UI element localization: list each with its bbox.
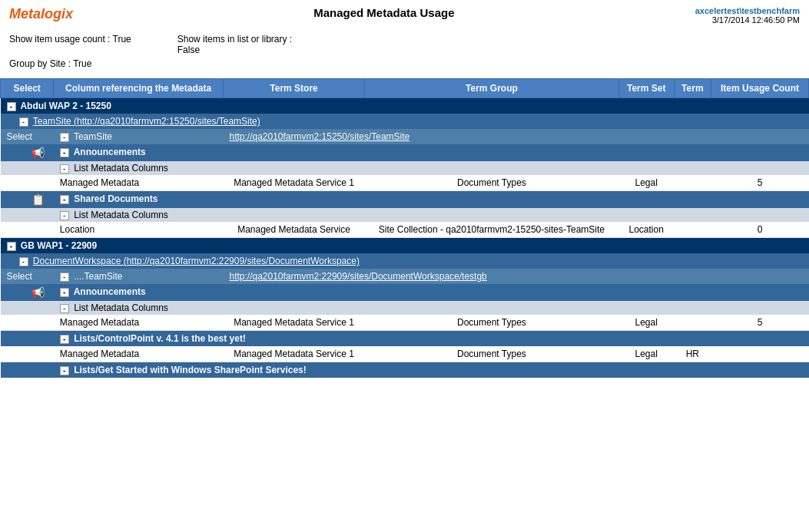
list-meta-label: List Metadata Columns — [74, 163, 168, 173]
list-meta-label: List Metadata Columns — [74, 210, 168, 220]
table-row: Managed Metadata Managed Metadata Servic… — [1, 346, 809, 362]
col-term: Term — [674, 79, 711, 98]
site-link-row: Select - ....TeamSite http://qa2010farmv… — [1, 269, 809, 284]
term-group-value: Document Types — [365, 315, 619, 331]
meta-info: Show item usage count : True Show items … — [0, 28, 809, 75]
select-link-1[interactable]: Select — [7, 131, 32, 142]
list-meta-label: List Metadata Columns — [74, 302, 168, 313]
collapse-icon[interactable]: - — [60, 304, 69, 313]
group-name: GB WAP1 - 22909 — [21, 240, 97, 251]
list-header-row: - Lists/ControlPoint v. 4.1 is the best … — [1, 331, 809, 347]
list-header-row: 📋 - Shared Documents — [1, 191, 809, 209]
list-name: Announcements — [74, 147, 146, 157]
list-name-getstarted: Lists/Get Started with Windows SharePoin… — [74, 365, 307, 375]
group-row: - GB WAP1 - 22909 — [1, 238, 809, 254]
header: Metalogix Managed Metadata Usage axceler… — [0, 0, 809, 28]
term-value — [674, 175, 711, 191]
select-link-2[interactable]: Select — [7, 271, 32, 282]
table-row: Managed Metadata Managed Metadata Servic… — [1, 175, 809, 191]
col-term-set: Term Set — [618, 79, 674, 98]
table-row: Location Managed Metadata Service Site C… — [1, 222, 809, 238]
collapse-icon[interactable]: - — [60, 366, 69, 375]
site-parent-row: - DocumentWorkspace (http://qa2010farmvm… — [1, 253, 809, 269]
site-parent-link[interactable]: TeamSite (http://qa2010farmvm2:15250/sit… — [33, 116, 260, 127]
site-parent-row: - TeamSite (http://qa2010farmvm2:15250/s… — [1, 114, 809, 129]
show-item-usage: Show item usage count : True — [9, 34, 131, 55]
col-ref-value: Location — [54, 222, 224, 238]
site-url-link-2[interactable]: http://qa2010farmvm2:22909/sites/Documen… — [229, 271, 486, 282]
collapse-icon[interactable]: - — [60, 195, 69, 204]
term-store-value: Managed Metadata Service 1 — [223, 346, 364, 362]
count-value: 5 — [711, 175, 809, 191]
user-info: axcelertest\testbenchfarm 3/17/2014 12:4… — [695, 6, 800, 25]
term-store-value: Managed Metadata Service — [223, 222, 364, 238]
collapse-icon[interactable]: - — [19, 257, 28, 266]
datetime: 3/17/2014 12:46:50 PM — [695, 15, 800, 25]
collapse-icon[interactable]: - — [60, 148, 69, 157]
collapse-icon[interactable]: - — [7, 242, 16, 251]
collapse-icon[interactable]: - — [60, 273, 69, 282]
term-value — [674, 315, 711, 331]
term-store-value: Managed Metadata Service 1 — [223, 175, 364, 191]
list-name: Announcements — [74, 286, 146, 297]
term-group-value: Document Types — [365, 346, 619, 362]
col-item-usage: Item Usage Count — [711, 79, 809, 98]
col-ref-value: Managed Metadata — [54, 346, 224, 362]
col-ref-value: Managed Metadata — [54, 175, 224, 191]
collapse-icon[interactable]: - — [60, 335, 69, 344]
term-set-value: Legal — [618, 175, 674, 191]
show-items-list: Show items in list or library : False — [177, 34, 292, 55]
site-name: TeamSite — [74, 131, 112, 142]
page-title: Managed Metadata Usage — [73, 6, 695, 19]
col-ref-value: Managed Metadata — [54, 315, 224, 331]
group-row: - Abdul WAP 2 - 15250 — [1, 98, 809, 114]
collapse-icon[interactable]: - — [60, 211, 69, 220]
col-column-ref: Column referencing the Metadata — [54, 79, 224, 98]
col-term-store: Term Store — [223, 79, 364, 98]
collapse-icon[interactable]: - — [60, 133, 69, 142]
term-group-value: Document Types — [365, 175, 619, 191]
site-name: ....TeamSite — [74, 271, 122, 282]
logo: Metalogix — [9, 6, 73, 22]
collapse-icon[interactable]: - — [19, 117, 28, 127]
collapse-icon[interactable]: - — [7, 102, 16, 111]
site-url-link[interactable]: http://qa2010farmvm2:15250/sites/TeamSit… — [229, 131, 409, 142]
term-set-value: Legal — [618, 315, 674, 331]
term-group-value: Site Collection - qa2010farmvm2-15250-si… — [365, 222, 619, 238]
term-set-value: Legal — [618, 346, 674, 362]
list-header-row: 📢 - Announcements — [1, 144, 809, 161]
username: axcelertest\testbenchfarm — [695, 6, 800, 15]
site-link-row: Select - TeamSite http://qa2010farmvm2:1… — [1, 129, 809, 144]
list-name-control: Lists/ControlPoint v. 4.1 is the best ye… — [74, 333, 246, 344]
collapse-icon[interactable]: - — [60, 288, 69, 297]
table-row: Managed Metadata Managed Metadata Servic… — [1, 315, 809, 331]
term-store-value: Managed Metadata Service 1 — [223, 315, 364, 331]
list-header-row: - Lists/Get Started with Windows SharePo… — [1, 362, 809, 378]
list-name-shared: Shared Documents — [74, 193, 157, 204]
group-by-site: Group by Site : True — [9, 58, 91, 69]
count-value: 5 — [711, 315, 809, 331]
count-value — [711, 346, 809, 362]
col-term-group: Term Group — [365, 79, 619, 98]
logo-text: Metalogix — [9, 6, 73, 21]
list-meta-header-row: - List Metadata Columns — [1, 301, 809, 315]
count-value: 0 — [711, 222, 809, 238]
term-set-value: Location — [618, 222, 674, 238]
term-value — [674, 222, 711, 238]
term-value: HR — [674, 346, 711, 362]
collapse-icon[interactable]: - — [60, 164, 69, 173]
main-table: Select Column referencing the Metadata T… — [0, 78, 809, 378]
col-select: Select — [1, 79, 54, 98]
list-meta-header-row: - List Metadata Columns — [1, 208, 809, 222]
group-name: Abdul WAP 2 - 15250 — [20, 101, 111, 111]
site-parent-link[interactable]: DocumentWorkspace (http://qa2010farmvm2:… — [33, 256, 360, 266]
list-header-row: 📢 - Announcements — [1, 284, 809, 301]
list-meta-header-row: - List Metadata Columns — [1, 161, 809, 175]
